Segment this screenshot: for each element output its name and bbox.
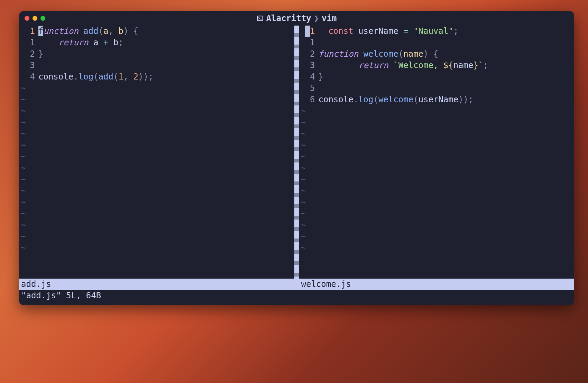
empty-line: ~ [19,242,294,254]
tilde-marker: ~ [19,242,26,254]
code-token [79,26,83,36]
line-number: 3 [19,60,38,71]
code-content: const userName = "Nauval"; [319,26,459,37]
code-token: , [123,72,134,82]
code-token: 2 [134,72,138,82]
empty-line: ~ [19,208,294,219]
close-button[interactable] [25,16,29,21]
vertical-split[interactable] [294,26,299,279]
empty-line: ~ [19,185,294,197]
code-line[interactable]: 2} [19,48,294,60]
empty-line: ~ [299,174,575,185]
tilde-marker: ~ [299,105,306,117]
code-line[interactable]: 2function welcome(name) { [299,48,575,60]
code-line[interactable]: 4} [299,71,575,83]
empty-line: ~ [19,231,294,242]
tilde-marker: ~ [299,151,306,162]
tilde-marker: ~ [19,94,26,105]
empty-line: ~ [19,94,294,105]
tilde-marker: ~ [299,174,306,185]
code-token: const [328,26,353,36]
code-token: a [89,38,103,47]
code-line[interactable]: 3 [19,60,294,71]
code-token: } [473,60,478,70]
tilde-marker: ~ [299,162,306,174]
empty-line: ~ [19,105,294,117]
traffic-lights [25,16,45,21]
tilde-marker: ~ [19,174,26,185]
titlebar: Alacritty ❯ vim [19,11,574,26]
code-line[interactable]: 3 return `Welcome, ${name}`; [299,60,575,71]
code-token: userName [419,95,459,104]
code-token: unction [43,26,78,36]
code-content: } [319,71,323,83]
editor-content: 1function add(a, b) {1 return a + b;2}34… [19,26,574,279]
code-token: userName [353,26,404,36]
empty-line: ~ [299,219,575,231]
svg-rect-0 [257,16,263,20]
cursor-inactive [305,26,310,37]
line-number: 1 [19,26,38,37]
code-token: ; [453,26,458,36]
pane-right[interactable]: 1 const userName = "Nauval";12function w… [299,26,575,279]
code-token: 1 [118,72,123,82]
code-token: ; [483,60,488,70]
tilde-marker: ~ [19,231,26,242]
code-token [408,26,413,36]
code-content: console.log(add(1, 2)); [38,71,153,83]
line-number: 5 [299,83,319,94]
code-token: "Nauval" [413,26,453,36]
code-content: function welcome(name) { [319,48,439,60]
pane-left[interactable]: 1function add(a, b) {1 return a + b;2}34… [19,26,294,279]
command-line: "add.js" 5L, 64B [19,290,574,302]
line-number: 1 [19,37,38,48]
empty-line: ~ [19,117,294,128]
code-line[interactable]: 1 [299,37,575,48]
empty-line: ~ [299,185,575,197]
code-token: `Welcome, [393,60,443,70]
code-line[interactable]: 1function add(a, b) { [19,26,294,37]
code-line[interactable]: 1 return a + b; [19,37,294,48]
title-app: Alacritty [266,13,311,23]
code-line[interactable]: 5 [299,83,575,94]
tilde-marker: ~ [299,128,306,140]
code-token: ( [413,95,418,104]
code-line[interactable]: 4console.log(add(1, 2)); [19,71,294,83]
status-left: add.js [19,279,294,290]
tilde-marker: ~ [19,105,26,117]
code-token: add [83,26,98,36]
code-token: b [108,38,118,47]
empty-line: ~ [299,105,575,117]
tilde-marker: ~ [19,140,26,151]
minimize-button[interactable] [33,16,37,21]
empty-line: ~ [19,151,294,162]
code-line[interactable]: 1 const userName = "Nauval"; [299,26,575,37]
tilde-marker: ~ [299,117,306,128]
code-token: welcome [378,95,413,104]
empty-line: ~ [19,83,294,94]
code-token: ( [398,49,403,59]
code-content: } [38,48,43,60]
empty-line: ~ [19,140,294,151]
code-token: ) [123,26,134,36]
code-line[interactable]: 6console.log(welcome(userName)); [299,94,575,105]
code-token: . [353,95,358,104]
code-token: b [118,26,123,36]
tilde-marker: ~ [19,162,26,174]
tilde-marker: ~ [299,219,306,231]
code-token: } [38,49,43,59]
code-token: function [319,49,359,59]
line-number: 1 [299,37,319,48]
maximize-button[interactable] [40,16,45,21]
code-token: ( [98,26,103,36]
code-token: { [433,49,438,59]
code-token: ${ [443,60,453,70]
code-token: console [319,95,353,104]
line-number: 4 [299,71,319,83]
empty-line: ~ [19,174,294,185]
code-content: console.log(welcome(userName)); [319,94,474,105]
tilde-marker: ~ [299,242,306,254]
code-token: ; [118,38,123,47]
empty-line: ~ [299,242,575,254]
empty-line: ~ [299,197,575,208]
